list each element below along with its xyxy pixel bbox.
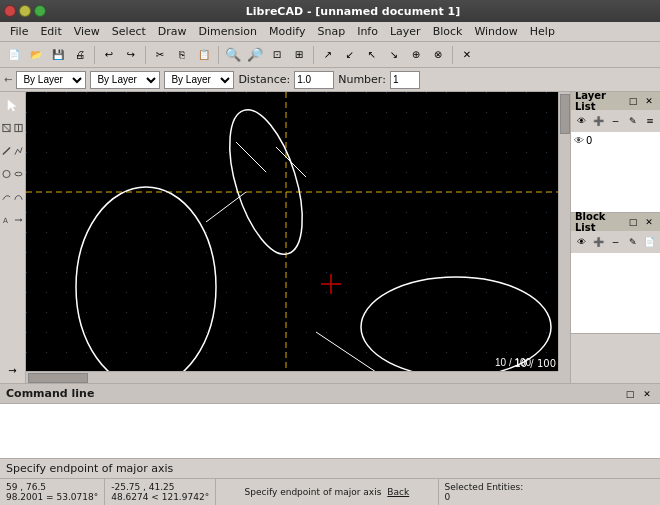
distance-input[interactable]	[294, 71, 334, 89]
zoom-out-button[interactable]: 🔎	[245, 45, 265, 65]
block-add-btn[interactable]: ➕	[590, 233, 606, 251]
close-button[interactable]	[4, 5, 16, 17]
horizontal-scrollbar[interactable]	[26, 371, 558, 383]
linewidth-select[interactable]: By Layer	[164, 71, 234, 89]
layer-icon-1[interactable]: □	[626, 94, 640, 108]
canvas-status: 10 / 100	[514, 358, 556, 369]
separator-3	[218, 46, 219, 64]
svg-point-6	[15, 172, 22, 176]
title-bar: LibreCAD - [unnamed document 1]	[0, 0, 660, 22]
layer-edit-btn[interactable]: ✎	[625, 112, 641, 130]
minimize-button[interactable]	[19, 5, 31, 17]
command-minimize-icon[interactable]: □	[623, 387, 637, 401]
main-window: LibreCAD - [unnamed document 1] File Edi…	[0, 0, 660, 505]
draw-tool-6[interactable]	[13, 163, 24, 185]
menu-select[interactable]: Select	[106, 23, 152, 40]
layer-icon-2[interactable]: ✕	[642, 94, 656, 108]
zoom-in-button[interactable]: 🔍	[223, 45, 243, 65]
menu-block[interactable]: Block	[427, 23, 469, 40]
block-remove-btn[interactable]: −	[607, 233, 623, 251]
maximize-button[interactable]	[34, 5, 46, 17]
layer-list-title: Layer List	[575, 92, 626, 112]
menu-snap[interactable]: Snap	[311, 23, 351, 40]
block-icon-2[interactable]: ✕	[642, 215, 656, 229]
cad-canvas-container[interactable]: 10 / 100	[26, 92, 570, 383]
layer-select[interactable]: By Layer	[16, 71, 86, 89]
draw-tool-2[interactable]	[13, 117, 24, 139]
distance-label: Distance:	[238, 73, 290, 86]
draw-tool-10[interactable]	[13, 209, 24, 231]
left-toolbar: A →	[0, 92, 26, 383]
snap-button-4[interactable]: ↘	[384, 45, 404, 65]
status-coords-1: 59 , 76.5 98.2001 = 53.0718°	[0, 479, 105, 505]
draw-tool-4[interactable]	[13, 140, 24, 162]
print-button[interactable]: 🖨	[70, 45, 90, 65]
delete-button[interactable]: ✕	[457, 45, 477, 65]
status-coords-2: -25.75 , 41.25 48.6274 < 121.9742°	[105, 479, 216, 505]
number-label: Number:	[338, 73, 386, 86]
next-tool[interactable]: →	[2, 359, 24, 381]
draw-tool-3[interactable]	[1, 140, 12, 162]
block-list-section: Block List □ ✕ 👁 ➕ − ✎ 📄	[571, 213, 660, 334]
menu-window[interactable]: Window	[468, 23, 523, 40]
menu-draw[interactable]: Draw	[152, 23, 193, 40]
command-header-icons: □ ✕	[623, 387, 654, 401]
layer-item-0[interactable]: 👁 0	[573, 134, 658, 147]
selected-label: Selected Entities:	[445, 482, 654, 492]
menu-edit[interactable]: Edit	[34, 23, 67, 40]
zoom-window-button[interactable]: ⊞	[289, 45, 309, 65]
draw-tool-8[interactable]	[13, 186, 24, 208]
zoom-fit-button[interactable]: ⊡	[267, 45, 287, 65]
command-prompt: Specify endpoint of major axis	[0, 459, 660, 479]
svg-marker-9	[20, 218, 22, 222]
layer-remove-btn[interactable]: −	[607, 112, 623, 130]
menu-file[interactable]: File	[4, 23, 34, 40]
number-input[interactable]	[390, 71, 420, 89]
menu-layer[interactable]: Layer	[384, 23, 427, 40]
draw-tool-5[interactable]	[1, 163, 12, 185]
save-button[interactable]: 💾	[48, 45, 68, 65]
redo-button[interactable]: ↪	[121, 45, 141, 65]
block-list-title: Block List	[575, 211, 626, 233]
block-icon-1[interactable]: □	[626, 215, 640, 229]
paste-button[interactable]: 📋	[194, 45, 214, 65]
draw-tool-7[interactable]	[1, 186, 12, 208]
draw-tool-9[interactable]: A	[1, 209, 12, 231]
snap-button-3[interactable]: ↖	[362, 45, 382, 65]
block-copy-btn[interactable]: 📄	[642, 233, 658, 251]
back-link[interactable]: Back	[387, 487, 409, 497]
copy-button[interactable]: ⎘	[172, 45, 192, 65]
snap-button-1[interactable]: ↗	[318, 45, 338, 65]
snap-button-5[interactable]: ⊕	[406, 45, 426, 65]
draw-tool-1[interactable]	[1, 117, 12, 139]
new-button[interactable]: 📄	[4, 45, 24, 65]
menu-view[interactable]: View	[68, 23, 106, 40]
layer-list-header: Layer List □ ✕	[571, 92, 660, 110]
color-select[interactable]: By Layer	[90, 71, 160, 89]
layer-add-btn[interactable]: ➕	[590, 112, 606, 130]
menu-bar: File Edit View Select Draw Dimension Mod…	[0, 22, 660, 42]
command-close-icon[interactable]: ✕	[640, 387, 654, 401]
cut-button[interactable]: ✂	[150, 45, 170, 65]
select-tool[interactable]	[2, 94, 24, 116]
block-edit-btn[interactable]: ✎	[625, 233, 641, 251]
snap-button-2[interactable]: ↙	[340, 45, 360, 65]
menu-modify[interactable]: Modify	[263, 23, 311, 40]
block-eye-btn[interactable]: 👁	[573, 233, 589, 251]
h-scroll-thumb[interactable]	[28, 373, 88, 383]
layer-list-section: Layer List □ ✕ 👁 ➕ − ✎ ≡ 👁 0	[571, 92, 660, 213]
menu-help[interactable]: Help	[524, 23, 561, 40]
layer-menu-btn[interactable]: ≡	[642, 112, 658, 130]
menu-info[interactable]: Info	[351, 23, 384, 40]
svg-line-4	[3, 147, 10, 154]
v-scroll-thumb[interactable]	[560, 94, 570, 134]
layer-eye-btn[interactable]: 👁	[573, 112, 589, 130]
snap-button-6[interactable]: ⊗	[428, 45, 448, 65]
vertical-scrollbar[interactable]	[558, 92, 570, 371]
layer-name: 0	[586, 135, 592, 146]
cad-canvas[interactable]	[26, 92, 560, 382]
status-snap-info: Specify endpoint of major axis Back	[216, 479, 438, 505]
menu-dimension[interactable]: Dimension	[193, 23, 263, 40]
undo-button[interactable]: ↩	[99, 45, 119, 65]
open-button[interactable]: 📂	[26, 45, 46, 65]
